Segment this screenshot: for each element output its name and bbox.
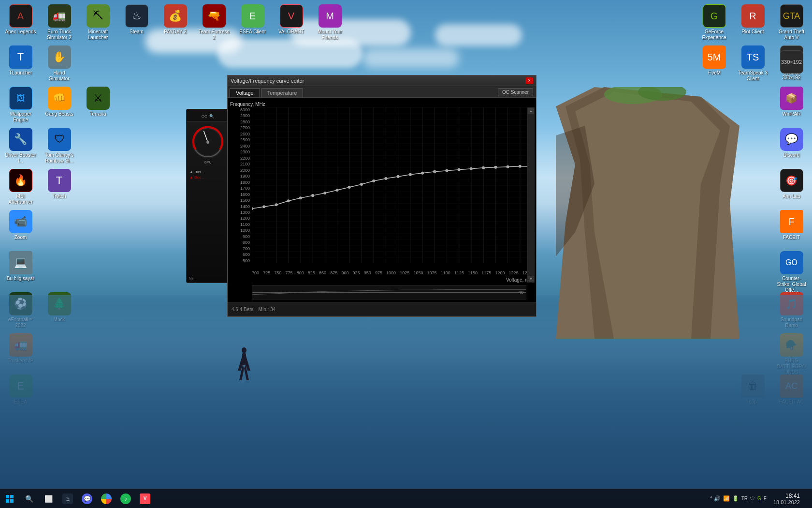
curve-point[interactable] xyxy=(348,186,351,189)
tray-geforce[interactable]: G xyxy=(756,496,762,501)
curve-point[interactable] xyxy=(519,165,522,168)
curve-point[interactable] xyxy=(384,177,387,180)
icon-aim-lab[interactable]: 🎯 Aim Lab xyxy=(773,167,810,201)
curve-point[interactable] xyxy=(409,173,412,176)
chart-svg xyxy=(252,107,532,263)
tray-shield[interactable]: 🛡 xyxy=(749,496,756,501)
curve-point[interactable] xyxy=(262,205,265,208)
svg-line-14 xyxy=(203,131,208,142)
svg-rect-44 xyxy=(10,499,14,503)
taskbar-spotify[interactable]: ♪ xyxy=(116,489,135,508)
tab-temperature[interactable]: Temperature xyxy=(261,88,304,97)
icon-tf2[interactable]: 🔫 Team Fortress 2 xyxy=(196,2,232,43)
tray-show-hidden[interactable]: ^ xyxy=(710,496,712,501)
curve-point[interactable] xyxy=(445,169,448,172)
taskbar-valorant[interactable]: V xyxy=(135,489,155,508)
tray-battery[interactable]: 🔋 xyxy=(731,495,740,502)
icon-discord[interactable]: 💬 Discord xyxy=(773,126,810,160)
curve-point[interactable] xyxy=(360,183,363,186)
tray-icons: ^ 🔊 📶 🔋 TR 🛡 G F xyxy=(710,495,768,502)
tab-voltage[interactable]: Voltage xyxy=(230,88,260,97)
curve-point[interactable] xyxy=(311,194,314,197)
x-labels: 700 725 750 775 800 825 850 875 900 925 … xyxy=(252,270,532,275)
icon-mount-friends[interactable]: M Mount Your Friends xyxy=(312,2,348,43)
y-axis-label: Frequency, MHz xyxy=(230,102,265,107)
icon-minecraft[interactable]: ⛏ Minecraft Launcher xyxy=(80,2,116,43)
curve-point[interactable] xyxy=(397,175,400,178)
icon-zoom[interactable]: 📹 Zoom xyxy=(2,208,39,242)
taskbar-chrome[interactable] xyxy=(97,489,116,508)
taskbar-discord[interactable]: 💬 xyxy=(77,489,97,508)
icon-fivem[interactable]: 5M FiveM xyxy=(696,44,732,78)
curve-point[interactable] xyxy=(323,192,326,194)
icon-msi-afterburner[interactable]: 🔥 MSI Afterburner xyxy=(2,167,39,207)
icon-wallpaper-engine[interactable]: 🖼 Wallpaper Engine xyxy=(2,85,39,125)
svg-rect-43 xyxy=(6,499,9,503)
cliff xyxy=(556,87,740,339)
chart-scrollbar-mini[interactable]: 40 xyxy=(252,285,526,299)
curve-point[interactable] xyxy=(506,165,509,168)
icon-hand-simulator[interactable]: ✋ Hand Simulator xyxy=(41,44,77,84)
icon-tlauncher[interactable]: T TLauncher xyxy=(2,44,39,78)
curve-point[interactable] xyxy=(470,167,473,170)
chart-vscrollbar[interactable]: ▲ ▼ xyxy=(527,107,535,283)
taskbar-steam[interactable]: ♨ xyxy=(58,489,77,508)
min-text: Min.: 34 xyxy=(259,307,276,312)
tray-language[interactable]: TR xyxy=(740,496,749,501)
afterburner-widget: OC 🔍 GPU ▲ Bas... ▲ Boo... Me... xyxy=(186,109,230,283)
taskbar-task-view[interactable]: ⬜ xyxy=(39,489,58,508)
icon-resolution[interactable]: 330×192 330x192 xyxy=(773,48,810,83)
icon-csgo[interactable]: GO Counter-Strike: Global Offe... xyxy=(773,249,810,295)
svg-point-6 xyxy=(242,347,246,353)
curve-point[interactable] xyxy=(287,199,290,202)
icon-bu-bilgisayar[interactable]: 💻 Bu bilgisayar xyxy=(2,249,39,284)
svg-point-15 xyxy=(206,141,209,144)
tray-faceit[interactable]: F xyxy=(763,496,768,501)
taskbar-clock[interactable]: 18:41 18.01.2022 xyxy=(769,493,804,505)
start-button[interactable] xyxy=(0,489,19,508)
icon-valorant[interactable]: V VALORANT xyxy=(273,2,309,37)
version-text: 4.6.4 Beta xyxy=(232,307,254,312)
voltage-frequency-dialog[interactable]: Voltage/Frequency curve editor × Voltage… xyxy=(227,75,536,317)
svg-rect-41 xyxy=(6,495,9,498)
icon-rainbow-six[interactable]: 🛡 Tom Clancy's Rainbow Si... xyxy=(41,126,77,166)
curve-point[interactable] xyxy=(335,189,338,192)
chart-svg-container xyxy=(252,107,532,263)
icon-teamspeak[interactable]: TS TeamSpeak 3 Client xyxy=(735,44,771,84)
chart-content: Frequency, MHz 3000 2900 2800 2700 2600 … xyxy=(228,98,536,302)
icon-geforce[interactable]: G GeForce Experience xyxy=(696,2,732,43)
tray-speaker[interactable]: 🔊 xyxy=(713,495,722,502)
icon-apex-legends[interactable]: A Apex Legends xyxy=(2,2,39,37)
icon-payday2[interactable]: 💰 PAYDAY 2 xyxy=(157,2,193,37)
icon-winrar[interactable]: 📦 WinRAR xyxy=(773,85,810,119)
icon-steam[interactable]: ♨ Steam xyxy=(118,2,155,37)
dialog-tabs: Voltage Temperature OC Scanner xyxy=(228,86,536,98)
icon-esea-client[interactable]: E ESEA Client xyxy=(234,2,271,37)
icon-faceit[interactable]: F FACEIT xyxy=(773,208,810,242)
icon-terraria[interactable]: ⚔ Terraria xyxy=(80,85,116,119)
icon-driver-booster[interactable]: 🔧 Driver Booster f... xyxy=(2,126,39,166)
curve-point[interactable] xyxy=(421,172,424,175)
taskbar-tray: ^ 🔊 📶 🔋 TR 🛡 G F 18:41 18.01.2022 xyxy=(710,493,812,505)
scrollbar-down-btn[interactable]: ▼ xyxy=(528,275,534,282)
icon-riot-client[interactable]: R Riot Client xyxy=(735,2,771,37)
icon-euro-truck[interactable]: 🚛 Euro Truck Simulator 2 xyxy=(41,2,77,43)
taskbar-search[interactable]: 🔍 xyxy=(19,489,39,508)
dialog-close-button[interactable]: × xyxy=(525,77,533,84)
clock-date: 18.01.2022 xyxy=(773,499,800,505)
taskbar: 🔍 ⬜ ♨ 💬 ♪ V ^ 🔊 📶 🔋 TR 🛡 G F 18:41 xyxy=(0,489,812,508)
curve-point[interactable] xyxy=(299,196,302,199)
curve-point[interactable] xyxy=(372,179,375,182)
curve-point[interactable] xyxy=(433,170,436,173)
tray-network[interactable]: 📶 xyxy=(722,495,731,502)
oc-scanner-button[interactable]: OC Scanner xyxy=(498,88,533,96)
curve-point[interactable] xyxy=(482,166,485,169)
icon-twitch[interactable]: T Twitch xyxy=(41,167,77,201)
curve-point[interactable] xyxy=(458,168,461,171)
dialog-title: Voltage/Frequency curve editor xyxy=(231,78,304,84)
curve-point[interactable] xyxy=(494,166,497,169)
icon-gta-v[interactable]: GTA Grand Theft Auto V xyxy=(773,2,810,43)
scrollbar-up-btn[interactable]: ▲ xyxy=(528,108,534,115)
curve-point[interactable] xyxy=(275,203,277,206)
icon-gang-beasts[interactable]: 👊 Gang Beasts xyxy=(41,85,77,119)
